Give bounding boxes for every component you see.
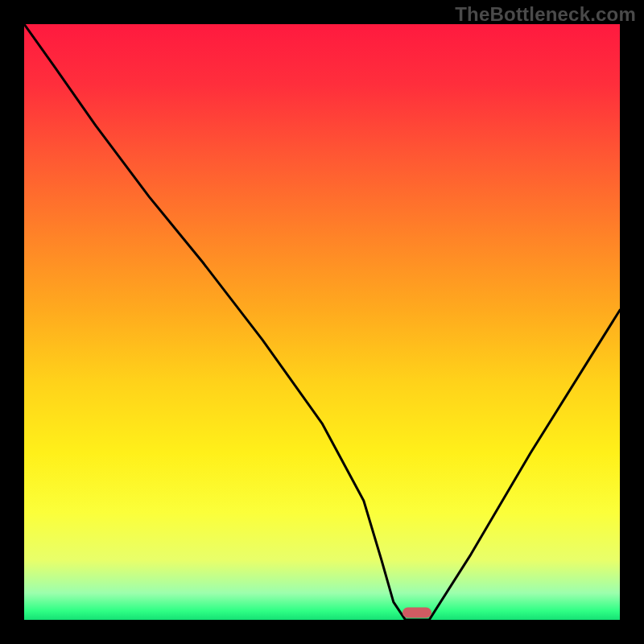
optimal-marker [402,608,431,618]
watermark-text: TheBottleneck.com [455,3,636,26]
plot-area [24,24,620,620]
chart-frame: TheBottleneck.com [0,0,644,644]
bottleneck-curve [24,24,620,620]
